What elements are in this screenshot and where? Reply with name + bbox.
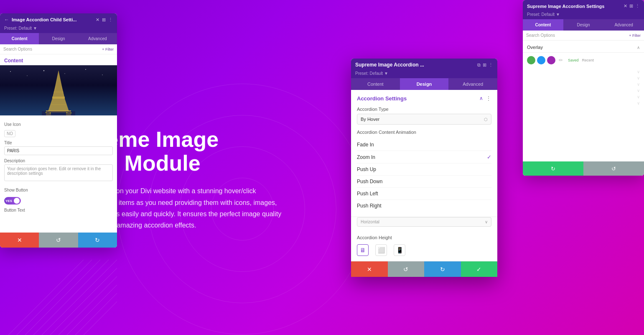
svg-point-40 bbox=[102, 74, 103, 75]
diagonal-lines bbox=[0, 260, 117, 335]
svg-line-2 bbox=[0, 260, 117, 335]
button-text-label: Button Text bbox=[4, 208, 113, 212]
tablet-icon[interactable]: ⬜ bbox=[375, 244, 387, 256]
animation-item-push-up[interactable]: Push Up bbox=[357, 164, 491, 176]
swatch-blue[interactable] bbox=[537, 56, 545, 64]
main-panel-header-icons: ⧉ ⊞ ⋮ bbox=[477, 62, 493, 68]
chevron-up-icon: ∧ bbox=[637, 45, 640, 50]
save-button-main[interactable]: ✓ bbox=[461, 261, 498, 277]
mobile-icon[interactable]: 📱 bbox=[394, 244, 405, 256]
horizontal-value: Horizontal bbox=[361, 220, 379, 224]
swatch-purple[interactable] bbox=[547, 56, 555, 64]
search-input-fr[interactable]: Search Options bbox=[526, 33, 629, 38]
close-icon-fr[interactable]: ✕ bbox=[624, 3, 627, 9]
paris-image bbox=[0, 65, 117, 115]
cancel-button-main[interactable]: ✕ bbox=[351, 261, 388, 277]
svg-point-36 bbox=[27, 75, 28, 76]
svg-line-4 bbox=[13, 260, 117, 335]
accordion-settings-section: Accordion Settings ∧ ⋮ Accordion Type By… bbox=[351, 90, 497, 217]
horizontal-dropdown[interactable]: Horizontal ∨ bbox=[357, 217, 491, 227]
section-chevron-icon[interactable]: ∧ bbox=[479, 95, 483, 101]
dropdown-select-row: Horizontal ∨ bbox=[351, 217, 497, 230]
reset-btn-fr[interactable]: ↺ bbox=[583, 161, 644, 176]
far-right-header-icons: ✕ ⊞ ⋮ bbox=[624, 3, 640, 9]
close-icon[interactable]: ✕ bbox=[96, 17, 99, 23]
far-right-header: Supreme Image Accordion Settings ✕ ⊞ ⋮ bbox=[523, 0, 644, 12]
animation-zoom-in-label: Zoom In bbox=[357, 154, 375, 160]
panel-back-title: Image Accordion Child Setti... bbox=[12, 17, 93, 22]
svg-point-39 bbox=[85, 69, 86, 70]
svg-point-37 bbox=[43, 70, 44, 71]
animation-item-zoom-in[interactable]: Zoom In ✓ bbox=[357, 151, 491, 164]
animation-item-fade-in[interactable]: Fade In bbox=[357, 139, 491, 151]
far-right-tabs: Content Design Advanced bbox=[523, 19, 644, 31]
reset-button-main[interactable]: ↺ bbox=[388, 261, 425, 277]
more-icon-main[interactable]: ⋮ bbox=[489, 62, 493, 68]
expand-icon[interactable]: ⊞ bbox=[102, 17, 106, 23]
tab-design-back[interactable]: Design bbox=[39, 33, 78, 44]
tab-advanced-main[interactable]: Advanced bbox=[448, 78, 497, 90]
dropdown-arrow-icon: ⬡ bbox=[484, 117, 488, 122]
panel-child-settings: ← Image Accordion Child Setti... ✕ ⊞ ⋮ P… bbox=[0, 13, 117, 248]
cancel-button-back[interactable]: ✕ bbox=[0, 233, 39, 248]
tab-content-fr[interactable]: Content bbox=[523, 19, 563, 31]
svg-point-33 bbox=[66, 112, 67, 113]
filter-button-back[interactable]: + Filter bbox=[102, 47, 114, 51]
tab-content-back[interactable]: Content bbox=[0, 33, 39, 44]
toggle-switch[interactable]: YES bbox=[4, 197, 21, 205]
animation-item-push-left[interactable]: Push Left bbox=[357, 188, 491, 200]
main-panel-footer: ✕ ↺ ↻ ✓ bbox=[351, 261, 497, 277]
zoom-in-check-icon: ✓ bbox=[487, 154, 491, 160]
show-button-label: Show Button bbox=[4, 188, 28, 192]
desktop-icon[interactable]: 🖥 bbox=[357, 244, 369, 256]
svg-line-5 bbox=[21, 260, 117, 335]
section-dots-icon[interactable]: ⋮ bbox=[486, 95, 491, 102]
panel-back-footer: ✕ ↺ ↻ bbox=[0, 233, 117, 248]
animation-push-up-label: Push Up bbox=[357, 166, 376, 172]
tab-advanced-back[interactable]: Advanced bbox=[78, 33, 117, 44]
dropdown-chevron-icon: ∨ bbox=[485, 220, 488, 224]
search-input-back[interactable]: Search Options bbox=[3, 47, 99, 51]
filter-btn-fr[interactable]: + Filter bbox=[629, 33, 641, 38]
panel-back-header-icons: ✕ ⊞ ⋮ bbox=[96, 17, 113, 23]
svg-point-32 bbox=[50, 113, 51, 113]
svg-marker-22 bbox=[48, 99, 69, 111]
recent-label: Recent bbox=[582, 58, 594, 62]
search-bar-back: Search Options + Filter bbox=[0, 44, 117, 54]
panel-back-preset: Preset: Default ▼ bbox=[0, 26, 117, 33]
tab-design-main[interactable]: Design bbox=[400, 78, 449, 90]
more-icon-fr[interactable]: ⋮ bbox=[635, 3, 640, 9]
section-header: Accordion Settings ∧ ⋮ bbox=[357, 95, 491, 102]
svg-line-9 bbox=[54, 260, 117, 335]
pencil-icon[interactable]: ✏ bbox=[559, 57, 563, 63]
refresh-button-main[interactable]: ↻ bbox=[424, 261, 461, 277]
main-panel-title: Supreme Image Accordion ... bbox=[355, 62, 475, 68]
accordion-type-dropdown[interactable]: By Hover ⬡ bbox=[357, 114, 491, 125]
expand-icon-fr[interactable]: ⊞ bbox=[629, 3, 633, 9]
animation-push-down-label: Push Down bbox=[357, 179, 382, 184]
svg-line-1 bbox=[0, 260, 117, 335]
panel-main: Supreme Image Accordion ... ⧉ ⊞ ⋮ Preset… bbox=[351, 59, 497, 277]
panel-back-header: ← Image Accordion Child Setti... ✕ ⊞ ⋮ bbox=[0, 13, 117, 26]
description-field-value[interactable]: Your description goes here. Edit or remo… bbox=[4, 164, 113, 181]
tab-advanced-fr[interactable]: Advanced bbox=[603, 19, 644, 31]
more-icon[interactable]: ⋮ bbox=[108, 17, 113, 23]
swatch-green[interactable] bbox=[527, 56, 535, 64]
svg-line-7 bbox=[38, 260, 117, 335]
toggle-knob bbox=[14, 198, 20, 204]
expand-icon-main[interactable]: ⊞ bbox=[483, 62, 486, 68]
animation-item-push-right[interactable]: Push Right bbox=[357, 200, 491, 212]
search-area-fr: Search Options + Filter bbox=[523, 31, 644, 41]
copy-icon-main[interactable]: ⧉ bbox=[477, 62, 481, 68]
title-field-value[interactable]: PARIS bbox=[4, 146, 113, 155]
button-toggle: YES bbox=[4, 197, 113, 205]
animation-item-push-down[interactable]: Push Down bbox=[357, 176, 491, 188]
refresh-button-back[interactable]: ↻ bbox=[78, 233, 117, 248]
tab-content-main[interactable]: Content bbox=[351, 78, 400, 90]
main-panel-tabs: Content Design Advanced bbox=[351, 78, 497, 90]
tab-design-fr[interactable]: Design bbox=[563, 19, 604, 31]
save-btn-fr[interactable]: ↻ bbox=[523, 161, 583, 176]
reset-button-back[interactable]: ↺ bbox=[39, 233, 78, 248]
svg-line-6 bbox=[29, 260, 117, 335]
toggle-yes-text: YES bbox=[5, 199, 12, 203]
